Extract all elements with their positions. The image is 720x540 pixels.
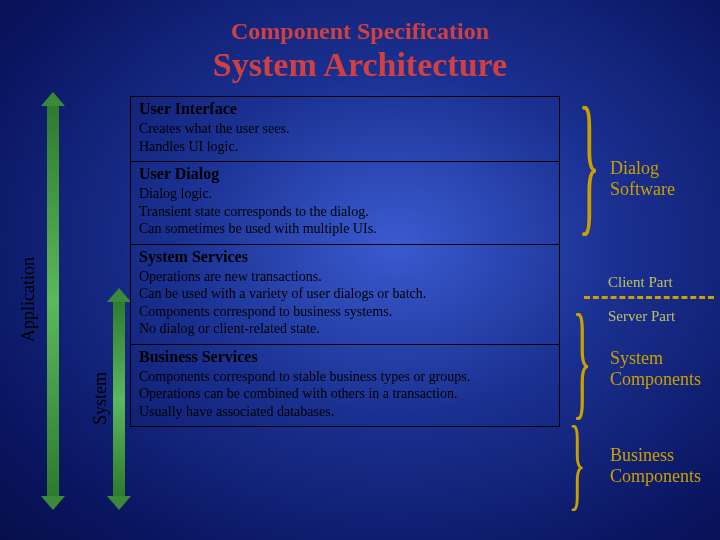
label-system-components: System Components xyxy=(610,348,701,389)
main-title: System Architecture xyxy=(0,46,720,84)
row-business-services: Business Services Components correspond … xyxy=(131,345,559,427)
row-body: Dialog logic. Transient state correspond… xyxy=(139,185,551,238)
label-business-components: Business Components xyxy=(610,445,701,486)
row-head: Business Services xyxy=(139,348,551,366)
vertical-label-system: System xyxy=(90,298,111,498)
vertical-label-application: Application xyxy=(18,100,39,500)
row-head: System Services xyxy=(139,248,551,266)
row-head: User Dialog xyxy=(139,165,551,183)
row-head: User Interface xyxy=(139,100,551,118)
supertitle: Component Specification xyxy=(0,18,720,45)
row-user-dialog: User Dialog Dialog logic. Transient stat… xyxy=(131,162,559,245)
row-body: Components correspond to stable business… xyxy=(139,368,551,421)
divider-client-server xyxy=(584,296,714,299)
brace-icon: } xyxy=(572,308,591,412)
row-body: Creates what the user sees. Handles UI l… xyxy=(139,120,551,155)
arrow-application xyxy=(47,104,59,498)
brace-icon: } xyxy=(578,100,600,225)
architecture-table: User Interface Creates what the user see… xyxy=(130,96,560,427)
label-dialog-software: Dialog Software xyxy=(610,158,675,199)
arrow-system xyxy=(113,300,125,498)
label-server-part: Server Part xyxy=(608,308,675,325)
row-body: Operations are new transactions. Can be … xyxy=(139,268,551,338)
brace-icon: } xyxy=(569,420,586,503)
row-system-services: System Services Operations are new trans… xyxy=(131,245,559,345)
row-user-interface: User Interface Creates what the user see… xyxy=(131,97,559,162)
label-client-part: Client Part xyxy=(608,274,673,291)
